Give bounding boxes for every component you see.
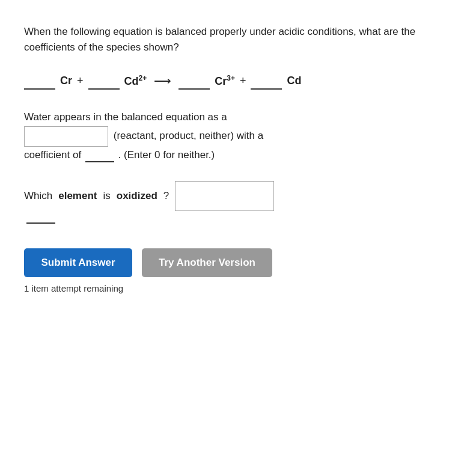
water-section: Water appears in the balanced equation a… bbox=[24, 109, 433, 164]
water-coefficient-input[interactable] bbox=[85, 148, 114, 162]
oxidized-row: Which element is oxidized? bbox=[24, 181, 452, 211]
reaction-arrow: ⟶ bbox=[154, 73, 171, 88]
reactant1-species: Cr bbox=[60, 75, 72, 87]
submit-answer-button[interactable]: Submit Answer bbox=[24, 248, 132, 277]
cd-coefficient-input[interactable] bbox=[251, 72, 282, 90]
water-inline-text: (reactant, product, neither) with a bbox=[114, 130, 263, 141]
equation-row: Cr + Cd2+ ⟶ Cr3+ + Cd bbox=[24, 72, 452, 90]
cr3plus-coefficient-input[interactable] bbox=[178, 72, 210, 90]
water-line1: Water appears in the balanced equation a… bbox=[24, 111, 227, 123]
water-role-input[interactable] bbox=[24, 126, 108, 147]
plus-sign-2: + bbox=[240, 75, 246, 87]
product1-species: Cr3+ bbox=[215, 74, 235, 88]
coeff-hint: . (Enter 0 for neither.) bbox=[118, 149, 215, 161]
oxidized-pre: Which bbox=[24, 190, 52, 202]
cr-coefficient-input[interactable] bbox=[24, 72, 55, 90]
question-text: When the following equation is balanced … bbox=[24, 24, 445, 55]
oxidized-bold: oxidized bbox=[117, 190, 157, 202]
cd2plus-coefficient-input[interactable] bbox=[88, 72, 120, 90]
oxidized-element-input[interactable] bbox=[175, 181, 274, 211]
reactant2-species: Cd2+ bbox=[124, 74, 147, 88]
oxidized-is: is bbox=[103, 190, 110, 202]
product2-species: Cd bbox=[287, 75, 301, 87]
buttons-row: Submit Answer Try Another Version bbox=[24, 248, 452, 277]
oxidized-question: ? bbox=[163, 190, 169, 202]
plus-sign-1: + bbox=[77, 75, 84, 87]
oxidized-element-bold: element bbox=[58, 190, 97, 202]
coefficient-of-label: coefficient of bbox=[24, 149, 81, 161]
attempt-remaining-text: 1 item attempt remaining bbox=[24, 283, 452, 293]
try-another-version-button[interactable]: Try Another Version bbox=[142, 248, 272, 277]
extra-blank[interactable] bbox=[26, 222, 55, 224]
